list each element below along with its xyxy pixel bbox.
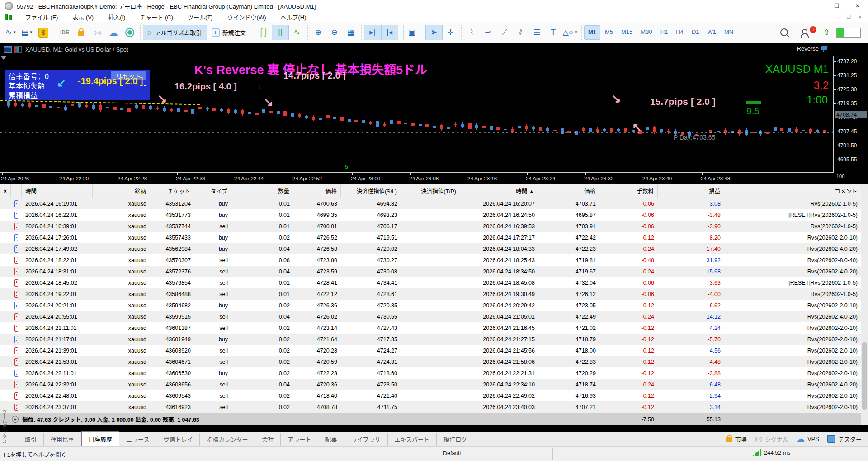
cursor-button[interactable]: ➤ [425, 25, 443, 40]
menu-item-0[interactable]: ファイル (F) [18, 12, 65, 22]
statusbar-tool-VPS[interactable]: ☁VPS [797, 434, 819, 444]
search-button[interactable] [776, 25, 792, 40]
horizontal-line-button[interactable]: ⊸ [480, 25, 496, 40]
chart-window[interactable]: XAUUSD, M1: Gold vs US Dollar / Spot Rev… [0, 43, 868, 184]
indicator-pane[interactable]: 5 [0, 161, 834, 173]
upgrade-button[interactable]: ⇧ [818, 25, 835, 40]
market-watch-button[interactable]: $ [35, 25, 52, 40]
statusbar-tool-テスター[interactable]: テスター [827, 435, 862, 443]
history-row[interactable]: 2026.04.24 22:32:01xauusd43608656sell0.0… [0, 379, 861, 390]
timeframe-h4[interactable]: H4 [672, 25, 687, 39]
child-restore-button[interactable]: ❐ [843, 14, 854, 19]
column-header-8: 決済逆指値(S/L) [341, 184, 401, 198]
timeframe-mn[interactable]: MN [721, 25, 737, 39]
chart-shift-button[interactable]: |◂ [381, 25, 398, 40]
expand-icon[interactable]: + [12, 416, 19, 423]
timeframe-m5[interactable]: M5 [601, 25, 617, 39]
close-button[interactable]: ✕ [847, 0, 868, 12]
close-toolbox-button[interactable]: × [0, 184, 11, 198]
crosshair-button[interactable]: ✛ [443, 25, 459, 40]
notifications-button[interactable]: 1 [797, 25, 813, 40]
channel-button[interactable]: ⫽ [513, 25, 529, 40]
tab-6[interactable]: 会社 [255, 433, 281, 446]
community-button[interactable] [122, 25, 138, 40]
history-row[interactable]: 2026.04.24 19:22:01xauusd43586488sell0.0… [0, 288, 861, 300]
price-pane[interactable]: P Day:4703.65倍率番号：0リセット基本損失額-累積損益K's Rev… [0, 56, 834, 161]
market-store-button[interactable] [73, 25, 89, 40]
history-row[interactable]: 2026.04.24 18:45:02xauusd43576854sell0.0… [0, 277, 861, 288]
minimize-button[interactable]: ─ [806, 0, 826, 12]
history-row[interactable]: 2026.04.24 18:31:01xauusd43572376sell0.0… [0, 266, 861, 277]
tile-windows-button[interactable]: ▦ [343, 25, 359, 40]
tab-5[interactable]: 指標カレンダー [200, 433, 255, 446]
zoom-out-button[interactable]: ⊖ [326, 25, 343, 40]
chart-type-button[interactable]: ∿▼ [3, 25, 19, 40]
menu-item-2[interactable]: 挿入(I) [101, 12, 132, 22]
statusbar-tool-市場[interactable]: 市場 [726, 435, 747, 443]
timeframe-m30[interactable]: M30 [637, 25, 656, 39]
text-tool-button[interactable]: T [545, 25, 561, 40]
menu-item-6[interactable]: ヘルプ(H) [274, 12, 314, 22]
history-row[interactable]: 2026.04.24 16:22:01xauusd43531773buy0.01… [0, 209, 861, 221]
history-row[interactable]: 2026.04.24 17:26:01xauusd43557433buy0.02… [0, 232, 861, 243]
scrollbar-thumb[interactable] [862, 342, 867, 410]
profile-name[interactable]: Default [443, 450, 461, 456]
history-row[interactable]: 2026.04.24 16:39:01xauusd43537744sell0.0… [0, 221, 861, 232]
history-row[interactable]: 2026.04.24 22:48:01xauusd43609543sell0.0… [0, 390, 861, 401]
tab-4[interactable]: 受信トレイ [156, 433, 200, 446]
cloud-button[interactable]: ☁ [105, 25, 122, 40]
zoom-in-button[interactable]: ⊕ [310, 25, 326, 40]
menu-item-1[interactable]: 表示 (V) [65, 12, 101, 22]
history-row[interactable]: 2026.04.24 21:53:01xauusd43604671sell0.0… [0, 356, 861, 367]
child-close-button[interactable]: ✕ [854, 14, 865, 19]
connection-status[interactable]: 244.52 ms [753, 449, 790, 456]
auto-scroll-button[interactable]: ▸| [364, 25, 381, 40]
ide-button[interactable]: IDE [57, 25, 73, 40]
history-row[interactable]: 2026.04.24 21:17:01xauusd43601949buy0.02… [0, 334, 861, 345]
algo-trading-button[interactable]: ▷アルゴリズム取引 [143, 25, 207, 40]
menu-item-4[interactable]: ツール(T) [180, 12, 220, 22]
menu-item-3[interactable]: チャート (C) [132, 12, 180, 22]
tab-3[interactable]: ニュース [119, 433, 156, 446]
tab-7[interactable]: アラート [281, 433, 318, 446]
shapes-button[interactable]: △○▼ [561, 25, 579, 40]
new-order-button[interactable]: +新規注文 [207, 25, 250, 40]
line-chart-style-button[interactable]: ∿ [289, 25, 305, 40]
tab-0[interactable]: 取引 [18, 433, 44, 446]
tab-1[interactable]: 運用比率 [44, 433, 81, 446]
timeframe-w1[interactable]: W1 [704, 25, 720, 39]
tab-11[interactable]: 操作ログ [437, 433, 474, 446]
history-row[interactable]: 2026.04.24 21:39:01xauusd43603920sell0.0… [0, 345, 861, 356]
history-row[interactable]: 2026.04.24 23:37:01xauusd43616923sell0.0… [0, 401, 861, 413]
timeframe-m1[interactable]: M1 [584, 25, 600, 40]
tab-2[interactable]: 口座履歴 [81, 431, 119, 447]
table-scrollbar[interactable] [861, 184, 868, 425]
screenshot-button[interactable]: ▣ [403, 25, 420, 40]
signals-button[interactable]: ((○)) [89, 25, 105, 40]
history-row[interactable]: 2026.04.24 17:49:02xauusd43562984buy0.04… [0, 243, 861, 254]
trendline-button[interactable]: ⟋ [496, 25, 513, 40]
time-axis[interactable]: 24 Apr 202624 Apr 22:2024 Apr 22:2824 Ap… [0, 173, 868, 184]
tab-10[interactable]: エキスパート [388, 433, 437, 446]
cell-comment: [RESET]Rvs(202602-1.0-5) [724, 277, 861, 288]
tab-8[interactable]: 記事 [318, 433, 344, 446]
timeframe-h1[interactable]: H1 [657, 25, 672, 39]
timeframe-d1[interactable]: D1 [688, 25, 703, 39]
statusbar-tool-シグナル[interactable]: ((○))シグナル [755, 435, 788, 443]
tab-9[interactable]: ライブラリ [344, 433, 387, 446]
history-row[interactable]: 2026.04.24 20:55:01xauusd43599915sell0.0… [0, 311, 861, 322]
child-minimize-button[interactable]: ─ [833, 14, 843, 19]
vertical-line-button[interactable]: ⌇ [464, 25, 480, 40]
history-row[interactable]: 2026.04.24 21:11:01xauusd43601387sell0.0… [0, 322, 861, 334]
timeframe-m15[interactable]: M15 [618, 25, 636, 39]
history-row[interactable]: 2026.04.24 18:22:01xauusd43570307sell0.0… [0, 254, 861, 266]
bar-chart-style-button[interactable]: ⌠⌡ [255, 25, 272, 40]
menu-item-5[interactable]: ウインドウ(W) [220, 12, 274, 22]
new-chart-button[interactable]: ▤▼ [19, 25, 35, 40]
fibonacci-button[interactable]: ☰ [529, 25, 545, 40]
history-row[interactable]: 2026.04.24 22:11:01xauusd43606530buy0.02… [0, 367, 861, 379]
history-row[interactable]: 2026.04.24 16:19:01xauusd43531204buy0.01… [0, 198, 861, 209]
history-row[interactable]: 2026.04.24 20:21:01xauusd43594682buy0.02… [0, 300, 861, 311]
candle-chart-style-button[interactable]: || [272, 25, 289, 40]
maximize-button[interactable]: ❐ [826, 0, 847, 12]
